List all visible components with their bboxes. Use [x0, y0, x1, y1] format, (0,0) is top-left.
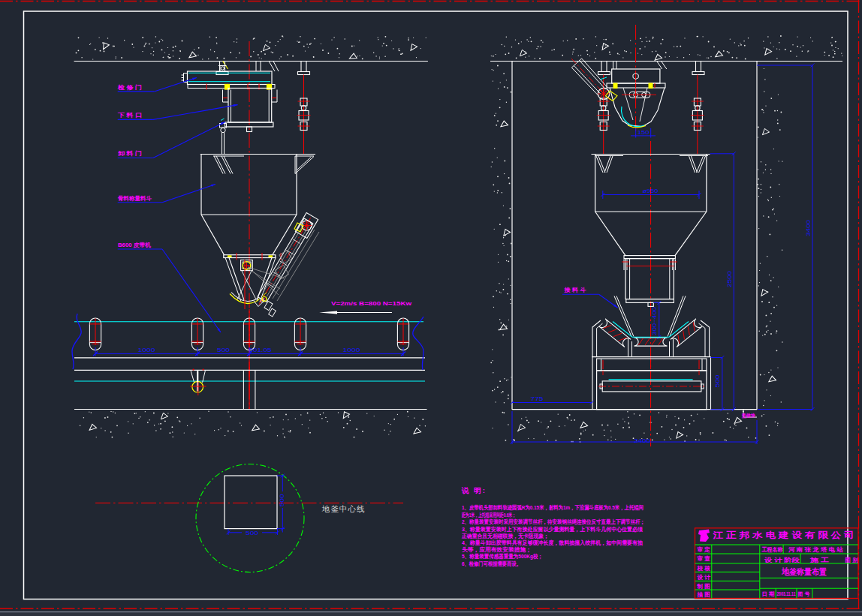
svg-text:设 计: 设 计 [696, 574, 710, 581]
svg-text:2003.11.11: 2003.11.11 [777, 591, 796, 596]
svg-text:制 图: 制 图 [696, 583, 710, 590]
svg-text:775: 775 [531, 396, 544, 401]
svg-text:1000: 1000 [343, 347, 360, 353]
svg-text:ø950: ø950 [643, 188, 659, 194]
svg-text:校 核: 校 核 [696, 565, 710, 572]
svg-text:图 号: 图 号 [798, 591, 810, 597]
svg-text:500: 500 [246, 530, 258, 536]
svg-text:500: 500 [217, 347, 230, 353]
svg-text:骨料称量料斗: 骨料称量料斗 [118, 195, 152, 202]
svg-text:B600 皮带机: B600 皮带机 [118, 242, 152, 248]
svg-text:审 定: 审 定 [698, 546, 711, 553]
svg-text:工程名称: 工程名称 [761, 546, 783, 553]
svg-text:头等，应用有效安装措施；: 头等，应用有效安装措施； [462, 546, 532, 553]
svg-text:江 正 邦 水 电 建 设 有 限 公 司: 江 正 邦 水 电 建 设 有 限 公 司 [712, 530, 854, 539]
svg-text:地釜中心线: 地釜中心线 [321, 504, 366, 513]
svg-text:设 计 阶段: 设 计 阶段 [764, 557, 800, 563]
svg-text:3、称量装置安装时上下衔接处应留以少量测料量，上下料斗几何中: 3、称量装置安装时上下衔接处应留以少量测料量，上下料斗几何中心位置必须 [462, 526, 643, 533]
svg-text:河 南 张 龙 塔 电 站: 河 南 张 龙 塔 电 站 [788, 546, 844, 553]
svg-text:5、称量装置传感器重量为500Kg校；: 5、称量装置传感器重量为500Kg校； [462, 553, 543, 560]
svg-text:检 修 门: 检 修 门 [117, 84, 142, 91]
svg-text:说 明:: 说 明: [461, 486, 487, 494]
svg-text:接 料 斗: 接 料 斗 [564, 287, 587, 293]
svg-text:下 料 口: 下 料 口 [117, 112, 142, 119]
svg-text:垫铁块: 垫铁块 [741, 413, 755, 419]
svg-text:2500: 2500 [727, 271, 732, 287]
svg-text:施 工: 施 工 [809, 557, 829, 563]
svg-text:2、称量装置安装时采用安装调节丝杆，待安装钢丝绳连接位反寸直: 2、称量装置安装时采用安装调节丝杆，待安装钢丝绳连接位反寸直最上下调节丝杆； [462, 518, 645, 525]
svg-text:4、称量斗卸出胶带料具有足够缓冲长度，散料抽搐入绞拌机，如中: 4、称量斗卸出胶带料具有足够缓冲长度，散料抽搐入绞拌机，如中间需要有抽 [462, 539, 643, 546]
svg-text:卸 料 门: 卸 料 门 [118, 150, 142, 157]
svg-text:1000: 1000 [138, 347, 155, 353]
svg-text:3400: 3400 [806, 220, 811, 236]
svg-text:审 查: 审 查 [698, 555, 711, 562]
svg-text:2400: 2400 [634, 438, 650, 443]
svg-text:图 别: 图 别 [845, 557, 858, 563]
svg-text:描 图: 描 图 [696, 591, 710, 598]
svg-text:地釜称量布置: 地釜称量布置 [781, 567, 827, 576]
svg-text:6、检修门可根据需要而设。: 6、检修门可根据需要而设。 [462, 560, 521, 567]
svg-text:V=2m/s B=800 N=15Kw: V=2m/s B=800 N=15Kw [331, 300, 411, 307]
svg-text:300~400: 300~400 [652, 306, 657, 335]
svg-text:距为1米，上托辊采用间距0.6米；: 距为1米，上托辊采用间距0.6米； [461, 512, 516, 518]
svg-text:501.05: 501.05 [249, 347, 272, 353]
svg-text:500: 500 [715, 374, 720, 387]
svg-text:500: 500 [280, 494, 285, 506]
svg-text:1、皮带机头部卸料轨迹园弧R为0.15米，射料为1m，下沿漏: 1、皮带机头部卸料轨迹园弧R为0.15米，射料为1m，下沿漏斗底板为0.5米，上… [462, 504, 643, 511]
svg-text:150: 150 [637, 130, 650, 135]
svg-text:日 期: 日 期 [762, 591, 775, 597]
